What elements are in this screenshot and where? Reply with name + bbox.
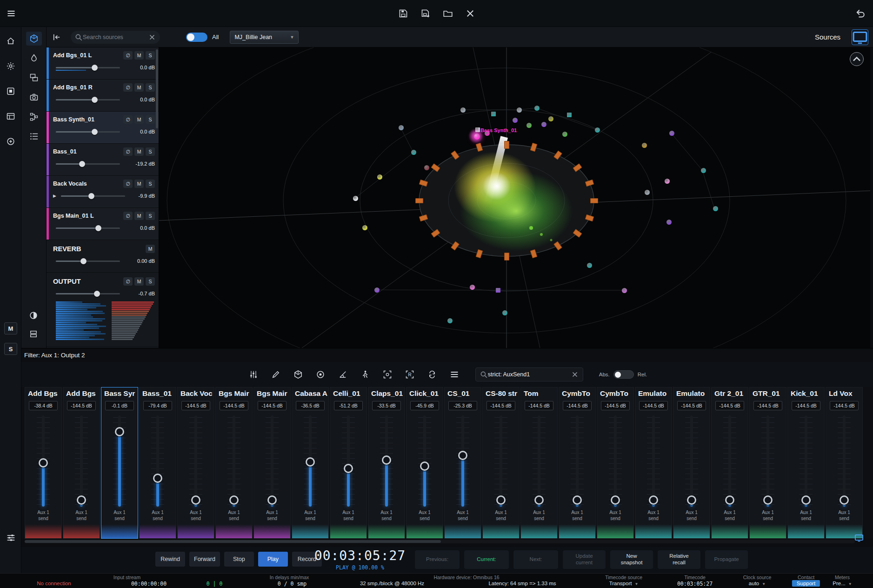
scene-expand-button[interactable] (850, 52, 864, 66)
clear-search-icon[interactable] (571, 370, 579, 379)
rewind-button[interactable]: Rewind (155, 552, 185, 567)
save-as-icon[interactable] (418, 6, 433, 21)
folder-open-icon[interactable] (440, 6, 455, 21)
source-dot[interactable] (496, 288, 500, 293)
fader-track[interactable] (194, 415, 197, 507)
clear-search-icon[interactable] (148, 33, 156, 41)
source-dot[interactable] (701, 168, 706, 173)
fader-track[interactable] (805, 415, 807, 507)
fader-knob[interactable] (153, 474, 162, 483)
fader-knob[interactable] (39, 458, 48, 468)
source-dot[interactable] (447, 318, 453, 323)
fader-strip[interactable]: GTR_01-144.5 dBAux 1 send (749, 387, 786, 539)
mute-rail-button[interactable]: M (4, 322, 17, 334)
fader-strip[interactable]: Bgs Mair-144.5 dBAux 1 send (253, 387, 291, 539)
current-button[interactable]: Current: (464, 550, 509, 569)
channel-slider[interactable] (56, 225, 120, 231)
fader-knob[interactable] (115, 427, 124, 436)
angle-icon[interactable] (337, 368, 349, 381)
output-bus[interactable]: OUTPUT ∅ M S -0.7 dB (47, 273, 159, 347)
slider-knob[interactable] (92, 65, 98, 71)
status-clock-source-value[interactable]: auto▼ (749, 581, 766, 586)
channel-mute-button[interactable]: M (134, 147, 144, 156)
source-dot[interactable] (475, 127, 480, 132)
source-dot[interactable] (665, 179, 670, 184)
stage-icon[interactable] (3, 84, 18, 99)
channel-phase-button[interactable]: ∅ (123, 83, 133, 92)
forward-button[interactable]: Forward (189, 552, 220, 567)
channel-solo-button[interactable]: S (146, 83, 155, 92)
layers-icon[interactable] (26, 327, 41, 341)
source-dot[interactable] (534, 106, 540, 111)
fader-track[interactable] (538, 415, 540, 507)
channel-slider[interactable] (56, 64, 120, 71)
source-channel[interactable]: Bass_01∅MS-19.2 dB (47, 144, 159, 176)
fader-strip[interactable]: Tom-144.5 dBAux 1 send (520, 387, 558, 539)
fader-track[interactable] (652, 415, 655, 507)
fader-knob[interactable] (344, 464, 353, 473)
fader-track[interactable] (576, 415, 579, 507)
slider-knob[interactable] (95, 225, 101, 231)
source-dot[interactable] (424, 165, 429, 170)
undo-icon[interactable] (853, 6, 867, 21)
spatial-scene[interactable]: Bass Synth_01 (159, 47, 870, 348)
fader-track[interactable] (690, 415, 693, 507)
fader-strip[interactable]: Claps_01-33.5 dBAux 1 send (368, 387, 405, 539)
collapse-panel-icon[interactable] (49, 30, 64, 45)
fader-strip[interactable]: Bass Syr-0.1 dBAux 1 send (101, 387, 138, 539)
propagate-button[interactable]: Propagate (705, 550, 748, 569)
gear-icon[interactable] (3, 59, 18, 74)
output-phase-button[interactable]: ∅ (123, 277, 133, 286)
selected-source-dot[interactable] (474, 134, 480, 140)
fader-knob[interactable] (458, 451, 467, 460)
source-channel[interactable]: Add Bgs_01 L∅MS0.0 dB (47, 47, 159, 80)
fader-search[interactable] (475, 368, 583, 381)
channel-phase-button[interactable]: ∅ (123, 147, 133, 156)
solo-rail-button[interactable]: S (4, 343, 17, 355)
previous-button[interactable]: Previous: (415, 550, 460, 569)
status-meters-value[interactable]: Pre...▼ (833, 581, 852, 586)
record-circle-icon[interactable] (314, 368, 327, 381)
half-icon[interactable] (26, 308, 41, 323)
add-icon[interactable] (3, 134, 18, 149)
sources-scrollbar[interactable] (156, 49, 158, 128)
channel-phase-button[interactable]: ∅ (123, 212, 133, 220)
source-dot[interactable] (541, 122, 546, 127)
relative-recall-button[interactable]: Relative recall (658, 550, 700, 569)
channel-mute-button[interactable]: M (134, 83, 144, 92)
source-dot[interactable] (642, 143, 647, 148)
fader-strip[interactable]: Click_01-45.9 dBAux 1 send (406, 387, 443, 539)
slider-knob[interactable] (88, 193, 94, 199)
source-channel[interactable]: Add Bgs_01 R∅MS0.0 dB (47, 80, 159, 112)
save-icon[interactable] (396, 6, 411, 21)
fader-strip[interactable]: Ld Vox-144.5 dBAux 1 send (826, 387, 863, 539)
fader-strip[interactable]: Add Bgs-38.4 dBAux 1 send (25, 387, 62, 539)
fader-track[interactable] (500, 415, 502, 507)
source-dot[interactable] (491, 112, 496, 116)
fader-strip[interactable]: Bass_01-79.4 dBAux 1 send (139, 387, 176, 539)
output-slider[interactable] (56, 290, 120, 297)
view-screens-icon[interactable] (26, 71, 42, 85)
channel-mute-button[interactable]: M (134, 212, 144, 220)
view-ink-icon[interactable] (26, 51, 42, 65)
expander-icon[interactable]: ▶ (53, 194, 56, 198)
fader-search-input[interactable] (488, 371, 571, 378)
fader-knob[interactable] (306, 457, 315, 467)
reverb-mute-button[interactable]: M (146, 245, 155, 253)
channel-slider[interactable] (56, 96, 120, 103)
fader-strip[interactable]: Celli_01-51.2 dBAux 1 send (330, 387, 367, 539)
fader-track[interactable] (614, 415, 617, 507)
update-current-button[interactable]: Update current (563, 550, 606, 569)
reverb-slider[interactable] (56, 258, 120, 264)
channel-solo-button[interactable]: S (146, 115, 155, 124)
slider-knob[interactable] (92, 97, 98, 103)
menu-icon[interactable] (448, 368, 460, 381)
close-icon[interactable] (463, 6, 478, 21)
fader-knob[interactable] (420, 461, 429, 471)
sources-search[interactable] (71, 31, 160, 44)
fader-track[interactable] (766, 415, 769, 507)
fader-strip[interactable]: Back Voc-144.5 dBAux 1 send (177, 387, 214, 539)
channel-phase-button[interactable]: ∅ (123, 180, 133, 188)
channel-solo-button[interactable]: S (146, 180, 155, 188)
source-channel[interactable]: Bgs Main_01 L∅MS0.0 dB (47, 208, 159, 240)
